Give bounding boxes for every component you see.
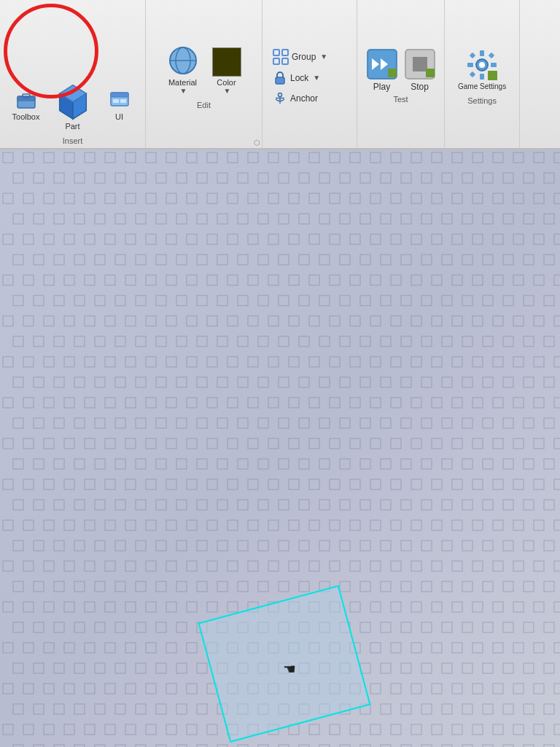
lock-expand-arrow: ▼: [313, 74, 320, 82]
svg-rect-27: [413, 57, 427, 71]
svg-rect-33: [467, 63, 473, 67]
svg-rect-28: [426, 69, 435, 77]
material-expand-arrow: ▼: [180, 87, 187, 95]
group-icon: [273, 49, 289, 65]
svg-rect-17: [282, 58, 288, 64]
play-label: Play: [373, 82, 390, 92]
svg-rect-36: [489, 53, 494, 58]
viewport[interactable]: ☚: [0, 150, 560, 747]
svg-rect-10: [120, 99, 126, 103]
play-icon: [366, 48, 398, 80]
svg-point-30: [479, 62, 485, 68]
svg-rect-39: [488, 71, 497, 80]
stop-icon: [404, 48, 436, 80]
svg-rect-8: [111, 93, 128, 97]
edit-section: Material ▼ Color ▼ Edit ⬡: [146, 0, 262, 148]
edit-label: Edit: [152, 101, 256, 109]
insert-section: Toolbox Part: [0, 0, 146, 148]
settings-gear-icon: [466, 49, 498, 81]
anchor-icon: [273, 91, 287, 106]
group-button[interactable]: Group ▼: [270, 47, 330, 66]
test-label: Test: [365, 95, 437, 104]
svg-rect-18: [276, 77, 284, 84]
stop-button[interactable]: Stop: [404, 48, 436, 92]
svg-rect-32: [480, 74, 484, 80]
lock-icon: [273, 71, 287, 85]
game-settings-label: Game Settings: [458, 82, 506, 90]
ui-button[interactable]: UI: [101, 86, 138, 124]
svg-rect-34: [491, 63, 497, 67]
color-swatch: [212, 47, 241, 77]
toolbox-button[interactable]: Toolbox: [8, 86, 44, 124]
play-button[interactable]: Play: [366, 48, 398, 92]
svg-rect-31: [480, 50, 484, 56]
anchor-label: Anchor: [290, 93, 318, 104]
ui-label: UI: [115, 112, 123, 121]
color-label: Color: [217, 78, 236, 87]
part-button[interactable]: Part: [47, 77, 98, 133]
material-label: Material: [168, 78, 197, 87]
stop-label: Stop: [411, 82, 429, 92]
svg-rect-14: [273, 50, 279, 55]
svg-rect-37: [470, 71, 475, 77]
insert-label: Insert: [6, 136, 139, 145]
svg-rect-35: [470, 53, 475, 58]
lock-group-anchor-section: Group ▼ Lock ▼ Anchor: [262, 0, 357, 148]
toolbar: Toolbox Part: [0, 0, 560, 150]
part-cube-icon: [52, 80, 93, 120]
svg-rect-16: [273, 58, 279, 64]
group-expand-arrow: ▼: [320, 53, 327, 61]
svg-point-19: [279, 93, 282, 96]
svg-rect-9: [113, 99, 119, 103]
color-expand-arrow: ▼: [224, 87, 231, 95]
edit-expand-corner: ⬡: [254, 139, 260, 147]
anchor-button[interactable]: Anchor: [270, 90, 321, 107]
material-button[interactable]: Material ▼: [163, 42, 203, 98]
toolbox-label: Toolbox: [12, 112, 40, 121]
ui-icon: [109, 89, 131, 111]
svg-rect-1: [18, 96, 35, 101]
part-label: Part: [65, 122, 79, 131]
material-icon: [167, 44, 199, 77]
toolbox-icon: [15, 89, 37, 111]
lock-label: Lock: [290, 73, 308, 83]
game-settings-button[interactable]: Game Settings: [454, 46, 510, 93]
lock-button[interactable]: Lock ▼: [270, 69, 323, 87]
settings-section: Game Settings Settings: [445, 0, 520, 148]
color-button[interactable]: Color ▼: [208, 44, 246, 98]
svg-rect-15: [282, 50, 288, 55]
group-label: Group: [292, 52, 316, 62]
test-section: Play Stop Test: [357, 0, 445, 148]
settings-label: Settings: [454, 96, 510, 105]
svg-rect-25: [388, 69, 397, 77]
